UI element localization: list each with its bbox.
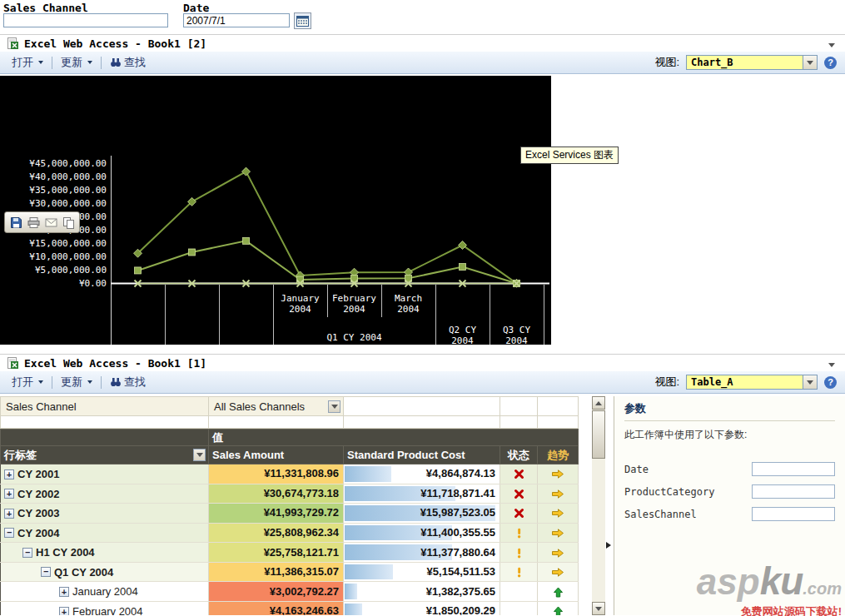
excel-webpart-icon: [7, 357, 19, 370]
table-webpart: Excel Web Access - Book1 [1] 打开 更新 查找 视图…: [0, 354, 845, 615]
filter-value-cell: All Sales Channels: [209, 397, 344, 416]
pivot-table-body: +CY 2001¥11,331,808.96¥4,864,874.13+CY 2…: [1, 464, 579, 616]
param-row: Date: [624, 462, 835, 476]
expand-toggle-icon[interactable]: +: [59, 587, 69, 597]
chevron-down-icon[interactable]: [803, 375, 817, 389]
expand-toggle-icon[interactable]: +: [4, 489, 14, 499]
row-labels-header: 行标签: [1, 446, 209, 464]
param-input[interactable]: [752, 507, 835, 521]
product-cost-cell: ¥1,382,375.65: [344, 582, 500, 602]
svg-text:¥15,000,000.00: ¥15,000,000.00: [29, 238, 107, 249]
refresh-button-label: 更新: [61, 55, 82, 70]
refresh-button[interactable]: 更新: [57, 373, 96, 391]
table-webpart-header: Excel Web Access - Book1 [1]: [0, 355, 845, 371]
date-input[interactable]: [183, 13, 290, 27]
product-cost-cell: ¥11,400,355.55: [344, 523, 500, 543]
trend-cell: [538, 504, 579, 524]
trend-right-arrow-icon: [551, 528, 564, 539]
data-bar: [345, 466, 391, 482]
scroll-thumb[interactable]: [592, 410, 605, 459]
chart-body: ¥45,000,000.00¥40,000,000.00¥35,000,000.…: [0, 74, 845, 354]
print-icon[interactable]: [26, 215, 41, 230]
chart-webpart-header: Excel Web Access - Book1 [2]: [0, 35, 845, 52]
row-labels-header-text: 行标签: [4, 449, 37, 461]
svg-text:Q3 CY: Q3 CY: [503, 325, 530, 335]
params-panel: 参数 此工作簿中使用了以下参数: DateProductCategorySale…: [614, 396, 845, 615]
sales-amount-cell: ¥25,808,962.34: [209, 523, 344, 543]
table-row: +February 2004¥4,163,246.63¥1,850,209.29: [1, 601, 579, 615]
open-button[interactable]: 打开: [8, 53, 47, 72]
view-select-value: Table_A: [687, 376, 803, 388]
collapse-toggle-icon[interactable]: −: [22, 548, 32, 558]
calendar-icon[interactable]: [294, 12, 311, 29]
help-icon[interactable]: [824, 57, 837, 69]
svg-text:2004: 2004: [343, 304, 365, 315]
svg-text:¥10,000,000.00: ¥10,000,000.00: [29, 251, 107, 262]
expand-toggle-icon[interactable]: +: [4, 509, 14, 519]
vertical-scrollbar[interactable]: [592, 396, 605, 615]
webpart-menu-chevron[interactable]: [825, 355, 838, 371]
webpart-menu-chevron[interactable]: [825, 36, 838, 52]
sales-channel-input[interactable]: [3, 13, 168, 27]
help-icon[interactable]: [824, 376, 837, 389]
open-button[interactable]: 打开: [8, 373, 47, 391]
calendar-glyph: [296, 15, 309, 27]
row-label-cell: +January 2004: [1, 582, 209, 602]
view-label: 视图:: [654, 55, 679, 70]
svg-text:January: January: [281, 293, 320, 304]
table-body: Sales Channel All Sales Channels 值: [0, 394, 845, 615]
values-header: 值: [209, 430, 579, 446]
find-button-label: 查找: [124, 55, 146, 70]
param-row: SalesChannel: [624, 507, 835, 521]
mail-icon[interactable]: [43, 215, 58, 230]
view-select[interactable]: Chart_B: [686, 55, 818, 70]
status-cell: [500, 464, 538, 484]
chevron-down-icon[interactable]: [803, 56, 817, 69]
find-button[interactable]: 查找: [107, 53, 149, 72]
expand-toggle-icon[interactable]: +: [4, 469, 14, 479]
col-header-cost: Standard Product Cost: [344, 446, 500, 464]
collapse-toggle-icon[interactable]: −: [41, 567, 51, 577]
chevron-down-icon: [828, 363, 835, 367]
copy-icon[interactable]: [61, 215, 76, 230]
collapse-toggle-icon[interactable]: −: [4, 528, 14, 538]
svg-text:2004: 2004: [505, 335, 528, 345]
scroll-down-button[interactable]: [592, 602, 605, 615]
row-label: H1 CY 2004: [36, 546, 95, 559]
open-button-label: 打开: [12, 55, 33, 70]
toolbar-separator: [101, 376, 102, 389]
status-cell: [500, 504, 538, 524]
expand-toggle-icon[interactable]: +: [59, 607, 69, 616]
svg-text:¥30,000,000.00: ¥30,000,000.00: [29, 198, 107, 209]
svg-text:¥35,000,000.00: ¥35,000,000.00: [29, 185, 107, 196]
find-button-label: 查找: [124, 375, 146, 390]
trend-right-arrow-icon: [551, 548, 564, 559]
svg-text:¥0.00: ¥0.00: [79, 278, 107, 289]
chart-mini-toolbar: [4, 211, 80, 233]
scroll-up-button[interactable]: [592, 396, 605, 410]
trend-right-arrow-icon: [551, 489, 564, 499]
chart-canvas: ¥45,000,000.00¥40,000,000.00¥35,000,000.…: [0, 76, 551, 345]
row-labels-filter-button[interactable]: [193, 449, 206, 461]
row-label-cell: −Q1 CY 2004: [1, 562, 209, 582]
chart-svg: ¥45,000,000.00¥40,000,000.00¥35,000,000.…: [0, 76, 551, 345]
status-cell: [500, 601, 538, 615]
view-select[interactable]: Table_A: [686, 375, 818, 390]
save-icon[interactable]: [8, 215, 23, 230]
param-input[interactable]: [752, 462, 835, 476]
refresh-button[interactable]: 更新: [57, 53, 96, 72]
param-input[interactable]: [752, 484, 835, 499]
pivot-table: 值 行标签 Sales Amount Standard Product Cost…: [0, 429, 579, 615]
product-cost-cell: ¥11,377,880.64: [344, 543, 500, 563]
trend-cell: [538, 562, 579, 582]
data-bar: [345, 604, 362, 615]
filter-dropdown-button[interactable]: [328, 400, 340, 413]
panel-collapse-arrow[interactable]: [606, 542, 611, 549]
divider: [624, 420, 835, 421]
row-label-cell: −CY 2004: [1, 523, 209, 543]
chevron-down-icon: [87, 61, 92, 64]
row-label-cell: +CY 2003: [1, 504, 209, 524]
find-button[interactable]: 查找: [107, 373, 149, 391]
svg-text:Q1 CY 2004: Q1 CY 2004: [326, 332, 382, 343]
status-exclamation-icon: [514, 528, 524, 539]
